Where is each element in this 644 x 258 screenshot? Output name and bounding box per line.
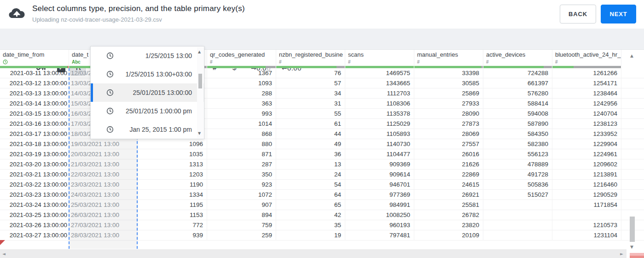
format-option-label: 25/01/2015 13:00:00: [133, 89, 192, 96]
cell: 587890: [483, 119, 552, 129]
cell: 27557: [414, 139, 483, 149]
clock-icon: [106, 52, 114, 59]
cell: 724288: [483, 68, 552, 78]
cell: 1112703: [345, 88, 414, 98]
clock-icon: [106, 52, 114, 59]
cell: 594008: [483, 109, 552, 118]
cell: 1035: [138, 149, 207, 159]
cell: [552, 210, 621, 220]
clock-icon: [3, 59, 8, 64]
cell: 49: [276, 139, 345, 149]
cell: 1242956: [552, 99, 621, 108]
column-header-qr_codes_generated[interactable]: qr_codes_generated#: [207, 50, 276, 66]
cell: [483, 220, 552, 230]
cell: 20109: [414, 230, 483, 240]
clock-icon: [106, 70, 114, 78]
cell: 76: [276, 68, 345, 78]
cell: 54: [276, 180, 345, 189]
cell: 977369: [345, 190, 414, 199]
cell: 1224961: [552, 149, 621, 159]
vertical-scroll-thumb[interactable]: [630, 217, 635, 242]
column-header-active_devices[interactable]: active_devices#: [483, 50, 552, 66]
cell: 1140730: [345, 139, 414, 149]
cell: 2021-03-12 13:00:00: [0, 78, 69, 88]
column-header-bluetooth_active_24_hr_[interactable]: bluetooth_active_24_hr_#: [552, 50, 621, 66]
cell: 22869: [414, 170, 483, 179]
cell: 923: [207, 180, 276, 189]
cell: 28090: [414, 109, 483, 118]
clock-icon: [106, 89, 114, 96]
clock-icon: [106, 107, 114, 115]
cell: 2021-03-20 13:00:00: [0, 159, 69, 169]
cell: 55: [276, 109, 345, 118]
dropdown-scrollbar[interactable]: ▲ ▼: [197, 47, 203, 138]
cell: 1233952: [552, 129, 621, 139]
scroll-left-icon[interactable]: ◄: [2, 252, 6, 256]
cell: 1213891: [552, 170, 621, 179]
cell: 556123: [483, 149, 552, 159]
next-button[interactable]: NEXT: [601, 5, 636, 23]
cell: 24615: [414, 180, 483, 189]
horizontal-scrollbar[interactable]: ◄ ►: [0, 249, 627, 258]
cell: 24: [276, 170, 345, 179]
column-label: bluetooth_active_24_hr_: [555, 51, 621, 58]
cell: 26921: [414, 190, 483, 199]
cell: 1210573: [552, 220, 621, 230]
cell: 661397: [483, 78, 552, 88]
cell: 1105893: [345, 129, 414, 139]
back-button[interactable]: BACK: [560, 5, 596, 23]
format-option-label: 1/25/2015 13:00: [145, 52, 192, 59]
vertical-scrollbar[interactable]: ▲ ▼: [628, 52, 637, 251]
cell: 2021-03-25 13:00:00: [0, 210, 69, 220]
cell: 993: [207, 109, 276, 118]
clock-icon: [106, 70, 114, 78]
scroll-down-icon[interactable]: ▼: [198, 131, 201, 135]
cell: 19: [276, 230, 345, 240]
cell: 1190: [138, 180, 207, 189]
cell: 36: [276, 149, 345, 159]
cell: 27933: [414, 99, 483, 108]
format-option[interactable]: 25/01/2015 1:00:00 pm: [91, 102, 204, 120]
cell: 2021-03-17 13:00:00: [0, 129, 69, 139]
cell: 1135378: [345, 109, 414, 118]
cell: 21626: [414, 159, 483, 169]
cell: 1290529: [552, 190, 621, 199]
cell: 2021-03-26 13:00:00: [0, 220, 69, 230]
column-type-glyph: [3, 59, 69, 64]
column-header-scans[interactable]: scans#: [345, 50, 414, 66]
clock-icon: [106, 89, 114, 96]
page-title: Select columns type, precision, and the …: [32, 4, 245, 13]
dropdown-scroll-thumb[interactable]: [198, 74, 202, 88]
format-option[interactable]: 1/25/2015 13:00+03:00: [91, 65, 204, 83]
cell: 1334: [138, 190, 207, 199]
cell: 576280: [483, 88, 552, 98]
column-header-date_time_from[interactable]: date_time_from: [0, 50, 69, 66]
column-header-nzbn_registered_busine[interactable]: nzbn_registered_busine#: [276, 50, 345, 66]
cell: 894: [207, 210, 276, 220]
scroll-right-icon[interactable]: ►: [620, 252, 623, 256]
cell: 871: [207, 149, 276, 159]
csv-upload-wizard: Select columns type, precision, and the …: [0, 0, 644, 258]
cell: 2021-03-11 13:00:00: [0, 68, 69, 78]
cell: 61: [276, 119, 345, 129]
scroll-down-icon[interactable]: ▼: [630, 245, 633, 249]
cell: 27873: [414, 119, 483, 129]
scroll-up-icon[interactable]: ▲: [198, 50, 201, 54]
cell: 28069: [414, 129, 483, 139]
date-format-dropdown: 1/25/2015 13:001/25/2015 13:00+03:0025/0…: [90, 46, 204, 139]
scroll-corner-indicator: [630, 253, 644, 258]
format-option[interactable]: Jan 25, 2015 1:00 pm: [91, 120, 204, 139]
cell: 797481: [345, 230, 414, 240]
cell: 42: [276, 210, 345, 220]
scroll-up-icon[interactable]: ▲: [630, 53, 633, 58]
column-label: manual_entries: [417, 51, 483, 58]
column-type-glyph: #: [348, 59, 414, 64]
cell: 287: [207, 159, 276, 169]
cell: 2021-03-23 13:00:00: [0, 190, 69, 199]
cell: 2021-03-18 13:00:00: [0, 139, 69, 149]
cell: [483, 230, 552, 240]
column-label: scans: [348, 51, 414, 58]
format-option[interactable]: 1/25/2015 13:00: [91, 47, 204, 65]
format-option[interactable]: 25/01/2015 13:00:00: [91, 83, 204, 102]
column-header-manual_entries[interactable]: manual_entries#: [414, 50, 483, 66]
